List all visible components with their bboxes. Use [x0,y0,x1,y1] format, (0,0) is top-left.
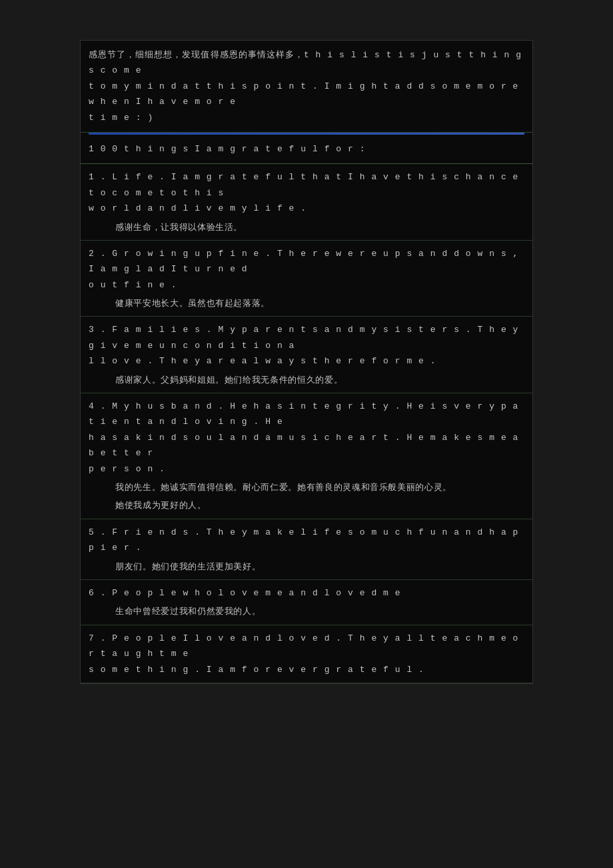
intro-line-3: t i m e : ) [89,110,524,125]
header-text: 1 0 0 t h i n g s I a m g r a t e f u l … [89,141,524,157]
item-5: 5 . F r i e n d s . T h e y m a k e l i … [81,519,532,580]
intro-line-2: t o m y m i n d a t t h i s p o i n t . … [89,79,524,110]
item-2-line1: 2 . G r o w i n g u p f i n e . T h e r … [89,246,524,277]
item-6-line1: 6 . P e o p l e w h o l o v e m e a n d … [89,585,524,601]
item-4: 4 . M y h u s b a n d . H e h a s i n t … [81,393,532,519]
item-6: 6 . P e o p l e w h o l o v e m e a n d … [81,580,532,625]
item-5-chinese: 朋友们。她们使我的生活更加美好。 [89,559,524,574]
item-2-line2: o u t f i n e . [89,277,524,293]
item-4-line2: h a s a k i n d s o u l a n d a m u s i … [89,430,524,461]
main-content: 感恩节了，细细想想，发现值得感恩的事情这样多，t h i s l i s t i… [80,40,533,684]
item-4-line1: 4 . M y h u s b a n d . H e h a s i n t … [89,399,524,430]
item-1-line1: 1 . L i f e . I a m g r a t e f u l t h … [89,169,524,201]
item-1: 1 . L i f e . I a m g r a t e f u l t h … [81,164,532,241]
intro-block: 感恩节了，细细想想，发现值得感恩的事情这样多，t h i s l i s t i… [81,41,532,133]
list-header: 1 0 0 t h i n g s I a m g r a t e f u l … [81,135,532,164]
item-3-chinese: 感谢家人。父妈妈和姐姐。她们给我无条件的恒久的爱。 [89,372,524,387]
item-5-line1: 5 . F r i e n d s . T h e y m a k e l i … [89,525,524,556]
item-4-chinese-1: 我的先生。她诚实而值得信赖。耐心而仁爱。她有善良的灵魂和音乐般美丽的心灵。 [89,479,524,495]
item-7: 7 . P e o p l e I l o v e a n d l o v e … [81,625,532,683]
item-4-chinese-2: 她使我成为更好的人。 [89,497,524,513]
item-7-line2: s o m e t h i n g . I a m f o r e v e r … [89,662,524,677]
item-2-chinese: 健康平安地长大。虽然也有起起落落。 [89,295,524,311]
item-3: 3 . F a m i l i e s . M y p a r e n t s … [81,317,532,393]
intro-line-1: 感恩节了，细细想想，发现值得感恩的事情这样多，t h i s l i s t i… [89,47,524,79]
item-3-line1: 3 . F a m i l i e s . M y p a r e n t s … [89,322,524,353]
item-1-chinese: 感谢生命，让我得以体验生活。 [89,219,524,235]
item-4-line3: p e r s o n . [89,461,524,477]
item-2: 2 . G r o w i n g u p f i n e . T h e r … [81,241,532,317]
item-3-line2: l l o v e . T h e y a r e a l w a y s t … [89,353,524,369]
item-7-line1: 7 . P e o p l e I l o v e a n d l o v e … [89,631,524,662]
item-6-chinese: 生命中曾经爱过我和仍然爱我的人。 [89,603,524,619]
item-1-line2: w o r l d a n d l i v e m y l i f e . [89,201,524,216]
